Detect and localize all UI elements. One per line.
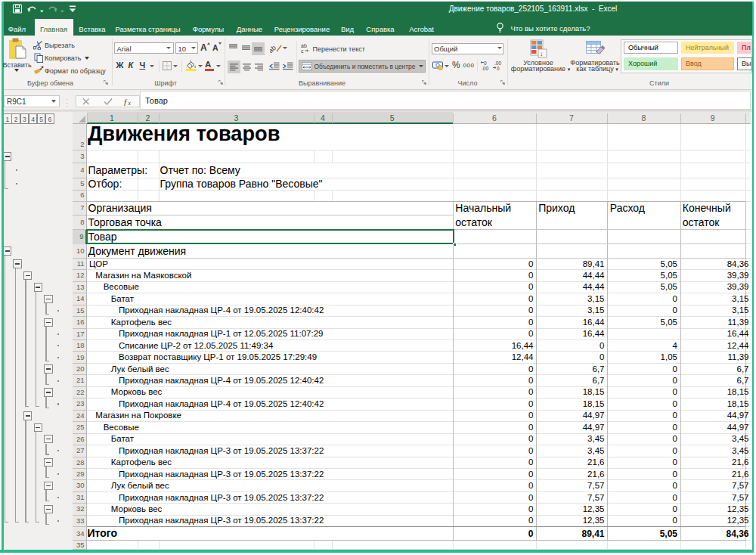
svg-text:↓: ↓ <box>540 50 544 57</box>
svg-text:c: c <box>301 48 304 54</box>
svg-text:ab: ab <box>270 44 277 54</box>
svg-text:f: f <box>124 98 128 106</box>
svg-text:x: x <box>128 100 132 106</box>
